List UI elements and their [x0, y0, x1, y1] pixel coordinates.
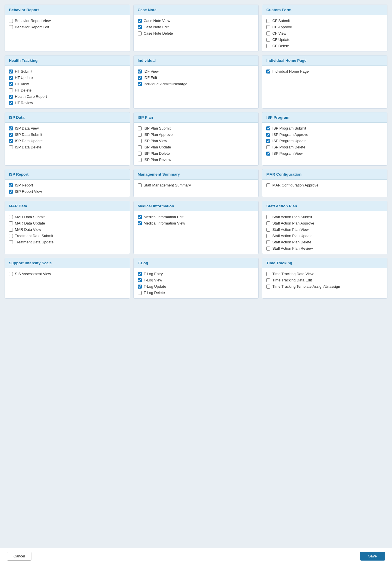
- checkbox-custom-form-0[interactable]: [266, 19, 270, 23]
- checkbox-label: Staff Action Plan Delete: [272, 240, 311, 244]
- checkbox-health-tracking-5[interactable]: [9, 101, 13, 105]
- checkbox-isp-program-4[interactable]: [266, 152, 270, 156]
- checkbox-staff-action-plan-5[interactable]: [266, 247, 270, 251]
- checkbox-custom-form-2[interactable]: [266, 31, 270, 35]
- checkbox-staff-action-plan-1[interactable]: [266, 221, 270, 225]
- card-header-staff-action-plan: Staff Action Plan: [262, 201, 387, 211]
- checkbox-isp-plan-0[interactable]: [138, 126, 142, 130]
- list-item: MAR Data Submit: [9, 215, 126, 219]
- list-item: Time Tracking Template Assign/Unassign: [266, 284, 383, 289]
- checkbox-health-tracking-3[interactable]: [9, 88, 13, 92]
- list-item: CF View: [266, 31, 383, 35]
- checkbox-case-note-2[interactable]: [138, 31, 142, 35]
- card-body-support-intensity-scale: SIS Assessment View: [5, 268, 130, 279]
- list-item: SIS Assessment View: [9, 272, 126, 276]
- card-header-behavior-report: Behavior Report: [5, 5, 130, 15]
- checkbox-individual-0[interactable]: [138, 69, 142, 74]
- checkbox-isp-plan-5[interactable]: [138, 158, 142, 162]
- checkbox-individual-2[interactable]: [138, 82, 142, 86]
- card-header-individual: Individual: [134, 55, 259, 66]
- checkbox-case-note-1[interactable]: [138, 25, 142, 29]
- checkbox-custom-form-1[interactable]: [266, 25, 270, 29]
- checkbox-label: ISP Program Update: [272, 139, 307, 143]
- checkbox-isp-program-1[interactable]: [266, 133, 270, 137]
- checkbox-behavior-report-0[interactable]: [9, 19, 13, 23]
- checkbox-mar-data-1[interactable]: [9, 221, 13, 225]
- checkbox-time-tracking-0[interactable]: [266, 272, 270, 276]
- card-support-intensity-scale: Support Intensity ScaleSIS Assessment Vi…: [5, 258, 130, 299]
- checkbox-label: IDF View: [144, 69, 159, 74]
- list-item: Time Tracking Data Edit: [266, 278, 383, 282]
- cancel-button[interactable]: Cancel: [7, 552, 31, 561]
- list-item: MAR Data Update: [9, 221, 126, 225]
- checkbox-isp-program-0[interactable]: [266, 126, 270, 130]
- checkbox-individual-1[interactable]: [138, 76, 142, 80]
- card-behavior-report: Behavior ReportBehavior Report ViewBehav…: [5, 5, 130, 52]
- checkbox-isp-data-3[interactable]: [9, 145, 13, 149]
- checkbox-support-intensity-scale-0[interactable]: [9, 272, 13, 276]
- checkbox-label: ISP Plan Delete: [144, 151, 170, 156]
- checkbox-health-tracking-1[interactable]: [9, 76, 13, 80]
- checkbox-isp-data-1[interactable]: [9, 133, 13, 137]
- checkbox-mar-data-0[interactable]: [9, 215, 13, 219]
- checkbox-mar-data-2[interactable]: [9, 228, 13, 232]
- list-item: ISP Data Update: [9, 139, 126, 143]
- checkbox-t-log-1[interactable]: [138, 278, 142, 282]
- save-button[interactable]: Save: [360, 552, 385, 561]
- checkbox-staff-action-plan-3[interactable]: [266, 234, 270, 238]
- checkbox-case-note-0[interactable]: [138, 19, 142, 23]
- page-wrapper: Behavior ReportBehavior Report ViewBehav…: [0, 0, 392, 564]
- checkbox-staff-action-plan-2[interactable]: [266, 228, 270, 232]
- checkbox-mar-data-3[interactable]: [9, 234, 13, 238]
- checkbox-time-tracking-2[interactable]: [266, 285, 270, 289]
- checkbox-isp-report-1[interactable]: [9, 190, 13, 194]
- checkbox-isp-plan-1[interactable]: [138, 133, 142, 137]
- card-body-case-note: Case Note ViewCase Note EditCase Note De…: [134, 15, 259, 39]
- list-item: Time Tracking Data View: [266, 272, 383, 276]
- checkbox-health-tracking-0[interactable]: [9, 69, 13, 74]
- checkbox-staff-action-plan-4[interactable]: [266, 240, 270, 244]
- card-header-case-note: Case Note: [134, 5, 259, 15]
- checkbox-t-log-3[interactable]: [138, 291, 142, 295]
- checkbox-isp-plan-2[interactable]: [138, 139, 142, 143]
- list-item: ISP Plan View: [138, 139, 255, 143]
- list-item: HT Review: [9, 101, 126, 105]
- checkbox-label: ISP Report: [15, 183, 33, 187]
- checkbox-label: Time Tracking Data View: [272, 272, 313, 276]
- card-body-staff-action-plan: Staff Action Plan SubmitStaff Action Pla…: [262, 211, 387, 254]
- checkbox-time-tracking-1[interactable]: [266, 278, 270, 282]
- checkbox-custom-form-4[interactable]: [266, 44, 270, 48]
- card-health-tracking: Health TrackingHT SubmitHT UpdateHT View…: [5, 55, 130, 109]
- checkbox-label: ISP Data Update: [15, 139, 43, 143]
- checkbox-isp-plan-4[interactable]: [138, 152, 142, 156]
- list-item: CF Submit: [266, 19, 383, 23]
- checkbox-custom-form-3[interactable]: [266, 38, 270, 42]
- checkbox-health-tracking-4[interactable]: [9, 95, 13, 99]
- checkbox-medical-information-1[interactable]: [138, 221, 142, 225]
- checkbox-isp-data-2[interactable]: [9, 139, 13, 143]
- checkbox-isp-report-0[interactable]: [9, 183, 13, 187]
- checkbox-label: T-Log Delete: [144, 291, 165, 295]
- list-item: MAR Data View: [9, 227, 126, 232]
- checkbox-mar-data-4[interactable]: [9, 240, 13, 244]
- checkbox-label: SIS Assessment View: [15, 272, 51, 276]
- checkbox-management-summary-0[interactable]: [138, 183, 142, 187]
- checkbox-isp-program-3[interactable]: [266, 145, 270, 149]
- card-body-custom-form: CF SubmitCF ApproveCF ViewCF UpdateCF De…: [262, 15, 387, 51]
- card-header-mar-data: MAR Data: [5, 201, 130, 211]
- list-item: T-Log Delete: [138, 291, 255, 295]
- checkbox-isp-plan-3[interactable]: [138, 145, 142, 149]
- checkbox-isp-data-0[interactable]: [9, 126, 13, 130]
- checkbox-individual-home-page-0[interactable]: [266, 69, 270, 74]
- checkbox-health-tracking-2[interactable]: [9, 82, 13, 86]
- checkbox-label: T-Log Entry: [144, 272, 163, 276]
- checkbox-label: ISP Data View: [15, 126, 39, 130]
- checkbox-t-log-0[interactable]: [138, 272, 142, 276]
- list-item: Medical Information Edit: [138, 215, 255, 219]
- checkbox-staff-action-plan-0[interactable]: [266, 215, 270, 219]
- checkbox-mar-configuration-0[interactable]: [266, 183, 270, 187]
- checkbox-medical-information-0[interactable]: [138, 215, 142, 219]
- checkbox-isp-program-2[interactable]: [266, 139, 270, 143]
- checkbox-behavior-report-1[interactable]: [9, 25, 13, 29]
- checkbox-t-log-2[interactable]: [138, 285, 142, 289]
